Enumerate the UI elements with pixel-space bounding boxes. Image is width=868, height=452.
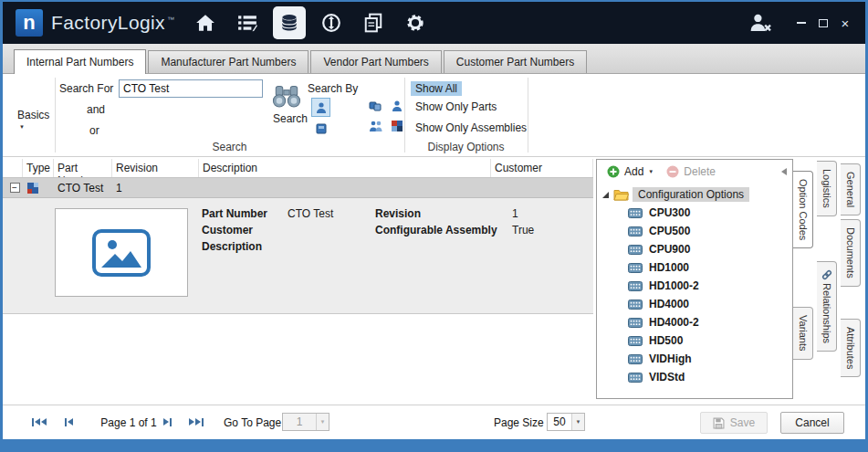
search-button[interactable]: Search <box>273 112 308 125</box>
settings-gear-icon[interactable] <box>399 6 432 39</box>
tab-documents[interactable]: Documents <box>841 219 861 287</box>
tree-item-cpu500[interactable]: CPU500 <box>597 222 792 240</box>
tab-customer-part-numbers[interactable]: Customer Part Numbers <box>444 50 587 73</box>
customer-column-header[interactable]: Customer <box>491 159 593 177</box>
part-number-field-value: CTO Test <box>288 207 375 224</box>
tab-attributes[interactable]: Attributes <box>841 319 861 377</box>
basics-label: Basics <box>17 109 49 121</box>
part-row-cto-test[interactable]: − CTO Test 1 <box>3 178 593 198</box>
add-option-button[interactable]: Add ▼ <box>601 163 660 181</box>
option-code-icon <box>628 373 643 383</box>
type-column-header[interactable]: Type <box>23 159 54 177</box>
search-by-vendor-button[interactable] <box>387 96 406 115</box>
tab-manufacturer-part-numbers[interactable]: Manufacturer Part Numbers <box>148 50 309 73</box>
search-binoculars-icon[interactable] <box>271 81 302 111</box>
show-only-assemblies-option[interactable]: Show Only Assemblies <box>411 121 531 135</box>
app-name: FactoryLogix <box>51 12 165 33</box>
last-page-button[interactable] <box>185 415 207 429</box>
search-by-assemblies-button[interactable] <box>311 119 330 138</box>
tab-vendor-part-numbers[interactable]: Vendor Part Numbers <box>310 50 441 73</box>
page-size-input[interactable]: 50 ▼ <box>547 413 585 431</box>
minus-glyph: − <box>12 184 17 192</box>
part-type-icon <box>26 182 39 194</box>
option-code-icon <box>628 318 643 328</box>
revision-field-label: Revision <box>375 207 512 224</box>
search-by-customer-button[interactable] <box>387 116 406 135</box>
main-area: Type Part Number Revision Description Cu… <box>3 157 865 405</box>
tab-general[interactable]: General <box>841 163 861 215</box>
delete-option-button[interactable]: Delete <box>660 163 722 181</box>
previous-page-button[interactable] <box>58 415 79 429</box>
app-logo: n <box>16 9 43 37</box>
save-button[interactable]: Save <box>700 412 768 434</box>
tab-option-codes[interactable]: Option Codes <box>793 171 813 248</box>
show-only-parts-option[interactable]: Show Only Parts <box>411 100 501 114</box>
tree-item-vidhigh[interactable]: VIDHigh <box>597 350 792 368</box>
description-column-header[interactable]: Description <box>199 159 491 177</box>
tree-root-label: Configuration Options <box>633 187 749 202</box>
part-number-column-header[interactable]: Part Number <box>54 159 112 177</box>
chevron-down-icon: ▼ <box>19 124 49 130</box>
tree-expander-icon[interactable] <box>602 192 609 198</box>
search-for-input[interactable] <box>119 79 263 98</box>
revision-column-header[interactable]: Revision <box>112 159 199 177</box>
titlebar: n FactoryLogix™ <box>3 2 865 44</box>
tab-relationships[interactable]: Relationships <box>817 261 837 352</box>
tab-logistics[interactable]: Logistics <box>817 161 837 216</box>
part-image-placeholder[interactable] <box>55 208 188 297</box>
search-ribbon: Basics ▼ Search For and or Search By Sea… <box>3 74 865 157</box>
factorylogix-window: n FactoryLogix™ <box>0 0 868 452</box>
configuration-options-tree: Configuration Options CPU300 CPU500 CPU9… <box>597 184 792 386</box>
configurable-assembly-field-label: Configurable Assembly <box>375 224 512 240</box>
tab-internal-part-numbers[interactable]: Internal Part Numbers <box>14 49 146 74</box>
parts-library-icon[interactable] <box>273 6 306 39</box>
folder-icon <box>613 188 629 201</box>
cell-part-number: CTO Test <box>54 182 112 194</box>
customer-field-label: Customer <box>202 224 288 240</box>
first-page-button[interactable] <box>28 415 50 429</box>
production-list-icon[interactable] <box>231 6 264 39</box>
part-fields: Part Number CTO Test Revision 1 Customer… <box>202 207 567 257</box>
collapse-panel-icon[interactable] <box>781 168 787 175</box>
tree-item-vidstd[interactable]: VIDStd <box>597 368 792 386</box>
tree-item-cpu300[interactable]: CPU300 <box>597 204 792 222</box>
search-by-people-button[interactable] <box>366 116 385 135</box>
transfer-icon[interactable] <box>315 6 348 39</box>
save-icon <box>713 417 725 429</box>
tab-variants[interactable]: Variants <box>793 307 813 360</box>
option-codes-toolbar: Add ▼ Delete <box>597 160 792 184</box>
cancel-button[interactable]: Cancel <box>780 412 844 434</box>
trademark: ™ <box>167 16 174 24</box>
tree-item-hd1000[interactable]: HD1000 <box>597 258 792 277</box>
app-title: FactoryLogix™ <box>51 12 174 34</box>
documents-icon[interactable] <box>357 6 390 39</box>
option-code-icon <box>628 354 643 364</box>
tree-item-cpu900[interactable]: CPU900 <box>597 240 792 258</box>
basics-menu[interactable]: Basics ▼ <box>17 109 49 130</box>
tree-item-hd1000-2[interactable]: HD1000-2 <box>597 277 792 295</box>
close-button[interactable]: × <box>834 14 856 32</box>
cell-revision: 1 <box>112 182 199 194</box>
tree-item-hd4000[interactable]: HD4000 <box>597 295 792 313</box>
goto-page-input[interactable]: 1 ▼ <box>282 413 329 431</box>
tree-item-hd500[interactable]: HD500 <box>597 331 792 350</box>
tree-item-hd4000-2[interactable]: HD4000-2 <box>597 313 792 331</box>
search-by-manufacturer-button[interactable] <box>366 96 385 115</box>
tree-node-configuration-options[interactable]: Configuration Options <box>597 185 792 204</box>
home-icon[interactable] <box>189 6 222 39</box>
next-page-button[interactable] <box>156 415 178 429</box>
show-all-option[interactable]: Show All <box>411 81 462 96</box>
minimize-button[interactable] <box>790 14 812 32</box>
option-code-icon <box>628 263 643 273</box>
user-logoff-icon[interactable] <box>745 9 776 37</box>
option-codes-panel: Add ▼ Delete Configuration Options CPU30… <box>596 159 793 399</box>
option-code-icon <box>628 208 643 218</box>
option-code-icon <box>628 245 643 255</box>
and-label: and <box>87 103 105 116</box>
search-group-label: Search <box>55 141 404 153</box>
part-number-tabstrip: Internal Part Numbers Manufacturer Part … <box>3 44 865 74</box>
titlebar-right: × <box>745 9 856 37</box>
maximize-button[interactable] <box>812 14 834 32</box>
search-by-parts-button[interactable] <box>311 98 330 117</box>
collapse-row-icon[interactable]: − <box>10 183 20 193</box>
